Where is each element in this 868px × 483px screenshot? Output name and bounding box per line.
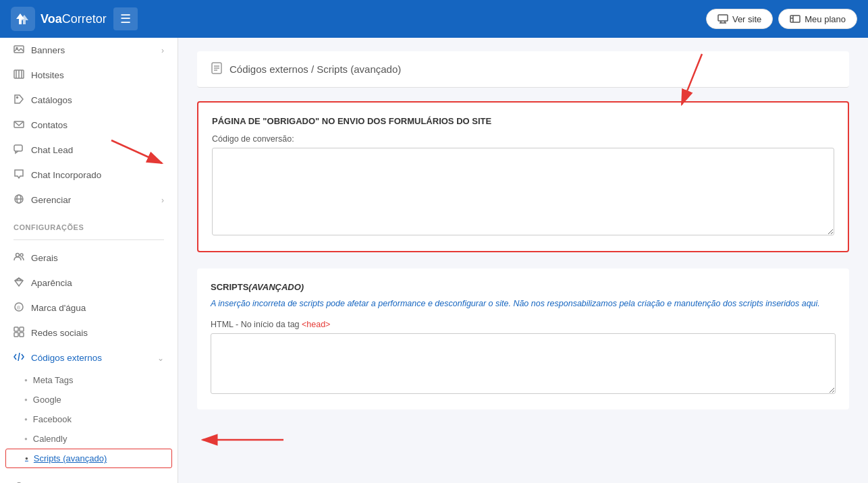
sidebar-item-redes-sociais-label: Redes sociais xyxy=(31,328,88,338)
image-icon xyxy=(13,44,24,57)
sidebar-item-banners[interactable]: Banners › xyxy=(0,38,178,63)
sidebar-item-codigos-externos[interactable]: Códigos externos ⌄ xyxy=(0,345,178,370)
sidebar-item-catalogos[interactable]: Catálogos xyxy=(0,88,178,113)
sidebar-item-contatos-label: Contatos xyxy=(31,120,67,130)
chevron-codigos-icon: ⌄ xyxy=(157,353,164,363)
sidebar-item-chat-lead-label: Chat Lead xyxy=(31,145,73,155)
html-field-label: HTML - No início da tag <head> xyxy=(211,320,836,329)
meu-plano-label: Meu plano xyxy=(805,14,846,24)
chat-icon xyxy=(13,144,24,157)
sidebar-subitem-calendly-label: Calendly xyxy=(33,434,67,444)
chevron-right-icon: › xyxy=(161,46,164,55)
sidebar-item-chat-lead[interactable]: Chat Lead xyxy=(0,138,178,163)
html-head-textarea[interactable] xyxy=(211,333,836,394)
sidebar-item-hotsites-label: Hotsites xyxy=(31,70,64,80)
sidebar-subitem-facebook[interactable]: ● Facebook xyxy=(0,409,178,429)
scripts-warning: A inserção incorreta de scripts pode afe… xyxy=(211,297,836,310)
sidebar-subitem-calendly[interactable]: ● Calendly xyxy=(0,429,178,449)
layout: Banners › Hotsites C xyxy=(0,38,868,483)
monitor-icon xyxy=(717,13,728,24)
svg-rect-30 xyxy=(14,333,18,337)
sidebar-item-marca-dagua-label: Marca d'água xyxy=(31,303,86,313)
sidebar-item-chat-incorporado-label: Chat Incorporado xyxy=(31,170,101,180)
fire-icon xyxy=(13,69,24,82)
svg-point-20 xyxy=(16,254,20,257)
sidebar-subitem-google[interactable]: ● Google xyxy=(0,390,178,409)
people-icon xyxy=(13,252,24,264)
codigo-conversao-label: Código de conversão: xyxy=(212,134,834,144)
header: VoaCorretor ☰ Ver site Meu plano xyxy=(0,0,868,38)
sidebar-item-codigos-externos-label: Códigos externos xyxy=(31,353,102,363)
ver-site-button[interactable]: Ver site xyxy=(706,9,773,29)
sidebar-divider xyxy=(13,239,164,240)
sidebar-item-redes-sociais[interactable]: Redes sociais xyxy=(0,320,178,345)
sidebar-subitem-scripts-label: Scripts (avançado) xyxy=(34,453,107,463)
codigo-conversao-textarea[interactable] xyxy=(212,148,834,235)
sidebar-item-hotsites[interactable]: Hotsites xyxy=(0,63,178,88)
sidebar-item-gerais-label: Gerais xyxy=(31,253,58,263)
sidebar-item-contatos[interactable]: Contatos xyxy=(0,113,178,138)
svg-rect-28 xyxy=(14,327,18,331)
sidebar-submenu-codigos: ● Meta Tags ● Google ● Facebook ● Calend… xyxy=(0,370,178,468)
scripts-title: SCRIPTS(AVANÇADO) xyxy=(211,282,836,292)
svg-rect-5 xyxy=(790,16,800,22)
tag-icon xyxy=(790,13,801,24)
scripts-title-prefix: SCRIPTS xyxy=(211,282,248,292)
sidebar-item-chat-incorporado[interactable]: Chat Incorporado xyxy=(0,163,178,188)
dot-icon: ● xyxy=(24,377,28,383)
sidebar-item-marca-dagua[interactable]: ® Marca d'água xyxy=(0,295,178,320)
at-icon xyxy=(13,480,24,483)
code-icon xyxy=(13,351,24,364)
svg-marker-22 xyxy=(15,278,23,286)
main-content: Códigos externos / Scripts (avançado) PÁ… xyxy=(178,38,868,483)
sidebar-subitem-facebook-label: Facebook xyxy=(33,414,72,424)
sidebar-item-gerais[interactable]: Gerais xyxy=(0,246,178,271)
header-right: Ver site Meu plano xyxy=(706,9,857,29)
svg-text:®: ® xyxy=(17,306,21,310)
svg-rect-16 xyxy=(14,145,22,151)
header-left: VoaCorretor ☰ xyxy=(11,7,138,31)
circle-r-icon: ® xyxy=(13,302,24,314)
sidebar-item-catalogos-label: Catálogos xyxy=(31,95,72,105)
html-label-prefix: HTML - No início da tag xyxy=(211,320,302,329)
svg-rect-31 xyxy=(20,333,24,337)
svg-rect-29 xyxy=(20,327,24,331)
svg-rect-1 xyxy=(718,15,728,21)
chevron-gerenciar-icon: › xyxy=(161,196,164,205)
scripts-title-italic: (AVANÇADO) xyxy=(248,282,304,292)
sidebar-item-gerenciar[interactable]: Gerenciar › xyxy=(0,188,178,212)
hamburger-button[interactable]: ☰ xyxy=(113,7,138,30)
sidebar-subitem-scripts-avancado[interactable]: ● Scripts (avançado) xyxy=(5,449,172,468)
tag-sidebar-icon xyxy=(13,94,24,107)
meu-plano-button[interactable]: Meu plano xyxy=(778,9,857,29)
sidebar-item-contas-email[interactable]: Contas de e-mail xyxy=(0,474,178,483)
svg-point-21 xyxy=(20,254,23,256)
logo-icon xyxy=(11,7,35,31)
svg-line-32 xyxy=(18,353,20,361)
sidebar-subitem-meta-tags-label: Meta Tags xyxy=(33,375,74,385)
thank-you-section: PÁGINA DE "OBRIGADO" NO ENVIO DOS FORMUL… xyxy=(197,101,849,252)
dot-icon-5: ● xyxy=(25,455,28,461)
scripts-section: SCRIPTS(AVANÇADO) A inserção incorreta d… xyxy=(197,268,849,409)
head-tag: <head> xyxy=(302,320,330,329)
dot-icon-4: ● xyxy=(24,436,28,442)
grid-icon xyxy=(13,326,24,339)
globe-icon xyxy=(13,194,24,206)
dot-icon-3: ● xyxy=(24,416,28,422)
page-title: Códigos externos / Scripts (avançado) xyxy=(229,63,401,75)
logo-text: VoaCorretor xyxy=(40,12,107,26)
diamond-icon xyxy=(13,277,24,289)
page-header-icon xyxy=(211,62,223,76)
sidebar-item-aparencia-label: Aparência xyxy=(31,278,72,288)
page-header: Códigos externos / Scripts (avançado) xyxy=(197,51,849,88)
sidebar-subitem-meta-tags[interactable]: ● Meta Tags xyxy=(0,370,178,390)
section-configuracoes-title: CONFIGURAÇÕES xyxy=(0,212,178,237)
mail-icon xyxy=(13,119,24,132)
sidebar: Banners › Hotsites C xyxy=(0,38,178,483)
ver-site-label: Ver site xyxy=(732,14,761,24)
sidebar-item-gerenciar-label: Gerenciar xyxy=(31,195,71,205)
sidebar-item-banners-label: Banners xyxy=(31,45,65,55)
thank-you-title: PÁGINA DE "OBRIGADO" NO ENVIO DOS FORMUL… xyxy=(212,116,834,126)
sidebar-subitem-google-label: Google xyxy=(33,395,61,405)
sidebar-item-aparencia[interactable]: Aparência xyxy=(0,271,178,295)
